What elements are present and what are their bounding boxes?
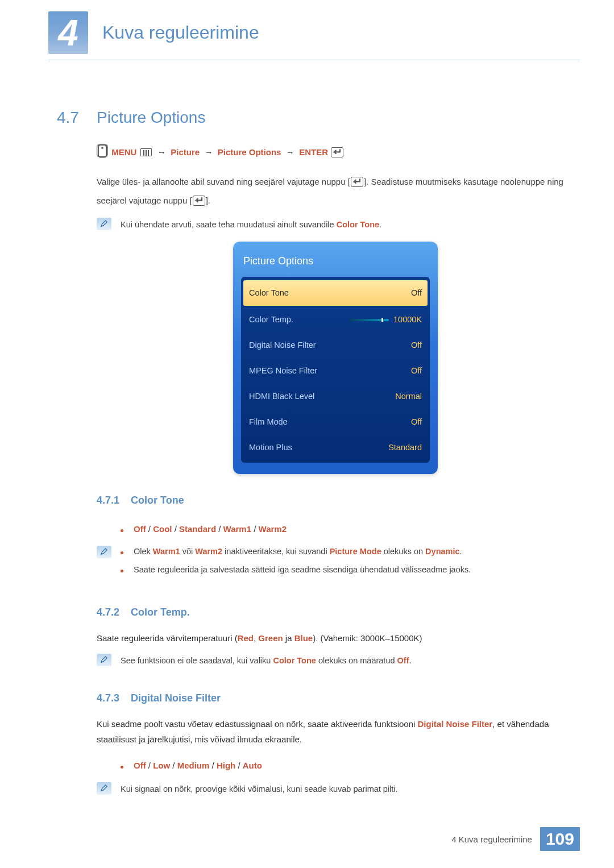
sub-number-472: 4.7.2 xyxy=(97,602,131,622)
chapter-number: 4 xyxy=(48,11,88,54)
section-title: Picture Options xyxy=(97,109,205,127)
osd-item-digital-noise[interactable]: Digital Noise FilterOff xyxy=(241,333,430,358)
section-number: 4.7 xyxy=(57,109,97,127)
menu-bars-icon xyxy=(140,148,152,156)
enter-inline-icon-2 xyxy=(193,196,205,206)
note-warm-dynamic: Olek Warm1 või Warm2 inaktiveeritakse, k… xyxy=(121,546,574,558)
page-number: 109 xyxy=(540,827,580,851)
chapter-title: Kuva reguleerimine xyxy=(102,22,259,43)
sub-number-473: 4.7.3 xyxy=(97,688,131,708)
bullet-icon xyxy=(121,551,123,554)
enter-inline-icon xyxy=(351,177,363,187)
slider-icon xyxy=(349,319,389,321)
note-icon xyxy=(97,218,111,230)
osd-item-motion-plus[interactable]: Motion PlusStandard xyxy=(241,435,430,460)
osd-item-color-temp[interactable]: Color Temp. 10000K xyxy=(241,307,430,333)
note-save-per-input: Saate reguleerida ja salvestada sätteid … xyxy=(121,564,574,576)
svg-point-1 xyxy=(101,147,103,149)
osd-item-film-mode[interactable]: Film ModeOff xyxy=(241,409,430,435)
intro-paragraph: Valige üles- ja allanoolte abil suvand n… xyxy=(97,172,574,210)
sub-number-471: 4.7.1 xyxy=(97,490,131,510)
note-icon xyxy=(97,546,111,558)
chapter-header: 4 Kuva reguleerimine xyxy=(48,11,614,54)
menu-navigation-path: MENU → Picture → Picture Options → ENTER xyxy=(97,144,574,161)
osd-item-color-tone[interactable]: Color ToneOff xyxy=(243,280,428,306)
sub-title-color-tone: Color Tone xyxy=(131,490,184,510)
osd-list: Color ToneOff Color Temp. 10000K Digital… xyxy=(241,277,430,463)
footer-text: 4 Kuva reguleerimine xyxy=(451,834,532,844)
osd-item-hdmi-black[interactable]: HDMI Black LevelNormal xyxy=(241,384,430,409)
bullet-icon xyxy=(121,529,123,532)
osd-item-mpeg-noise[interactable]: MPEG Noise FilterOff xyxy=(241,358,430,384)
enter-icon xyxy=(331,147,343,157)
bullet-icon xyxy=(121,766,123,769)
osd-panel: Picture Options Color ToneOff Color Temp… xyxy=(233,242,438,474)
color-tone-options: Off / Cool / Standard / Warm1 / Warm2 xyxy=(121,521,574,538)
note-weak-signal: Kui signaal on nõrk, proovige kõiki võim… xyxy=(121,782,398,796)
color-temp-body: Saate reguleerida värvitemperatuuri (Red… xyxy=(97,630,574,646)
dnf-options: Off / Low / Medium / High / Auto xyxy=(121,757,574,774)
osd-title: Picture Options xyxy=(241,247,430,277)
note-color-temp-off: See funktsioon ei ole saadaval, kui vali… xyxy=(121,654,412,667)
note-icon xyxy=(97,654,111,666)
sub-title-color-temp: Color Temp. xyxy=(131,602,190,622)
bullet-icon xyxy=(121,570,123,572)
note-icon xyxy=(97,782,111,795)
remote-icon xyxy=(97,144,108,157)
dnf-body: Kui seadme poolt vastu võetav edastussig… xyxy=(97,716,574,747)
sub-title-dnf: Digital Noise Filter xyxy=(131,688,221,708)
header-underline xyxy=(48,60,580,60)
svg-rect-0 xyxy=(98,145,106,157)
footer: 4 Kuva reguleerimine 109 xyxy=(451,827,580,851)
note-pc-color-tone: Kui ühendate arvuti, saate teha muudatus… xyxy=(97,218,574,231)
